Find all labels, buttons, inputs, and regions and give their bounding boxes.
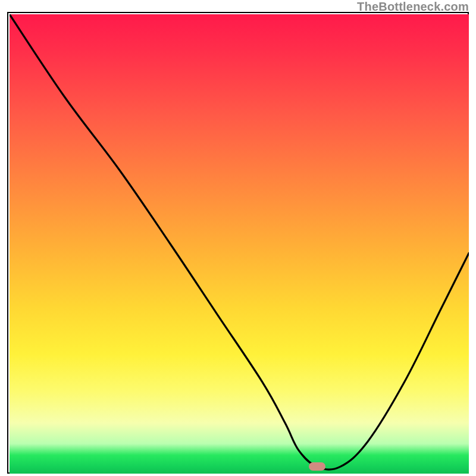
plot-area (10, 14, 469, 474)
chart-frame (7, 12, 469, 474)
optimum-marker (309, 462, 325, 471)
bottleneck-curve (10, 14, 469, 474)
